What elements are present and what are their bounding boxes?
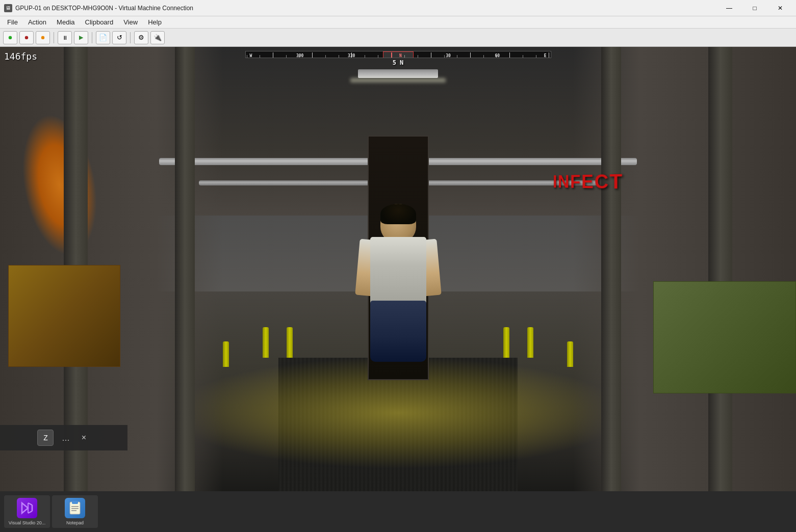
toolbar-power-indicator[interactable]: ⏺ [3,31,17,44]
menu-action[interactable]: Action [23,16,52,28]
infect-graffiti: INFECT [553,170,623,194]
toolbar: ⏺ ⏺ ⏺ ⏸ ▶ 📄 ↺ ⚙ 🔌 [0,29,796,47]
menu-view[interactable]: View [118,16,143,28]
minimize-label: Z [43,434,48,442]
bollard-left-far [223,341,229,367]
tick [378,55,378,58]
bollard-right-1 [527,327,533,358]
maximize-button[interactable]: □ [743,1,766,15]
menu-media[interactable]: Media [52,16,80,28]
title-bar: 🖥 GPUP-01 on DESKTOP-MHG9O0N - Virtual M… [0,0,796,16]
overhead-light-glow [350,78,446,83]
tick [536,55,536,58]
notepad-icon [65,498,85,518]
character-head [380,204,416,242]
toolbar-record-btn[interactable]: ⏺ [19,31,34,44]
taskbar: Visual Studio 20... Notepad [0,491,796,532]
tick [247,55,247,58]
tick [549,52,549,58]
toolbar-settings-btn[interactable]: ⚙ [134,31,148,44]
taskbar-item-vs[interactable]: Visual Studio 20... [4,495,50,528]
bollard-right-far [567,341,573,367]
tick [444,55,445,58]
crate-group-right [653,281,796,393]
hud-compass: W 300 330 N 30 60 E 5 N [245,51,551,66]
tick [470,52,471,58]
compass-direction: 5 N [393,59,404,66]
compass-indicator [383,51,414,58]
toolbar-save-btn[interactable]: ⏺ [36,31,50,44]
bollard-left-2 [287,327,293,358]
tick [339,55,339,58]
window-title: GPUP-01 on DESKTOP-MHG9O0N - Virtual Mac… [15,5,717,12]
window-controls: — □ ✕ [717,1,792,15]
tick [286,55,287,58]
toolbar-resume-btn[interactable]: ▶ [74,31,88,44]
taskbar-vs-label: Visual Studio 20... [6,520,48,525]
overhead-light-1 [358,69,438,78]
tick [431,52,431,58]
menu-file[interactable]: File [2,16,23,28]
tick [509,52,510,58]
close-label: × [82,433,86,442]
tick [351,52,352,58]
minimize-button[interactable]: — [717,1,741,15]
app-icon: 🖥 [4,4,12,12]
game-viewport[interactable]: INFECT 146fps [0,47,796,491]
toolbar-reset-btn[interactable]: ↺ [112,31,126,44]
tick [483,55,484,58]
toolbar-sep-3 [130,32,131,43]
toolbar-pause-btn[interactable]: ⏸ [58,31,72,44]
toolbar-sep-1 [54,32,54,43]
toolbar-usb-btn[interactable]: 🔌 [150,31,165,44]
float-more-btn[interactable]: ... [62,433,69,443]
tick [325,55,326,58]
tick [523,55,523,58]
character-pants [370,301,426,362]
player-character [347,204,449,367]
float-minimize-btn[interactable]: Z [37,430,54,446]
pillar-right-mid [601,47,621,491]
floating-controls: Z ... × [0,425,127,450]
compass-bar: W 300 330 N 30 60 E [245,51,551,58]
bollard-right-2 [503,327,509,358]
taskbar-notepad-label: Notepad [54,520,96,525]
tick [418,55,418,58]
vs-icon [17,498,37,518]
tick [299,55,299,58]
tick [312,52,313,58]
tick [365,55,365,58]
menu-bar: File Action Media Clipboard View Help [0,16,796,29]
svg-rect-7 [72,501,78,504]
bollard-left-1 [263,327,269,358]
character-hair [380,204,416,224]
float-close-btn[interactable]: × [78,432,90,444]
crate-group-left [8,265,120,367]
tick [260,55,260,58]
close-button[interactable]: ✕ [768,1,792,15]
menu-clipboard[interactable]: Clipboard [80,16,119,28]
tick [496,55,497,58]
pillar-right-far [708,47,732,491]
tick [457,55,457,58]
taskbar-item-notepad[interactable]: Notepad [52,495,98,528]
pillar-left-mid [175,47,195,491]
menu-help[interactable]: Help [143,16,167,28]
tick [273,52,273,58]
character-body [370,237,426,308]
toolbar-screenshot-btn[interactable]: 📄 [96,31,110,44]
toolbar-sep-2 [92,32,92,43]
more-label: ... [62,433,69,443]
fps-counter: 146fps [4,51,37,62]
